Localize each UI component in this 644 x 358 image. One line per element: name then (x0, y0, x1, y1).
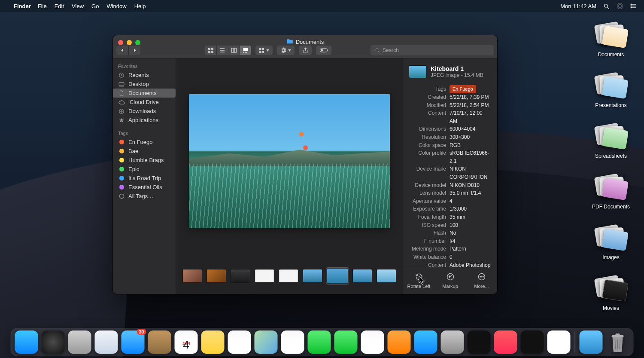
thumbnail[interactable] (353, 269, 372, 282)
sidebar-heading-favorites: Favorites (113, 61, 176, 70)
dock-app-notes[interactable] (201, 330, 225, 354)
content-area: Kiteboard 1 JPEG image - 15.4 MB TagsEn … (176, 58, 497, 294)
folder-icon (286, 39, 293, 45)
dock-app-contacts[interactable] (148, 330, 171, 354)
sidebar-tag-epic[interactable]: Epic (113, 165, 176, 174)
meta-key: Device make (409, 165, 446, 181)
desktop-stack[interactable]: PDF Documents (587, 174, 635, 210)
search-field[interactable]: Search (371, 45, 494, 55)
quick-action-more-[interactable]: More... (466, 268, 497, 294)
action-button[interactable] (277, 46, 295, 55)
dock-app-reminders[interactable] (228, 330, 251, 354)
dock-app-launchpad[interactable] (68, 330, 91, 354)
share-button[interactable] (299, 46, 312, 55)
dock-app-mail[interactable]: 30 (122, 330, 145, 354)
desktop-stack[interactable]: Images (587, 225, 635, 260)
sidebar-all-tags[interactable]: All Tags… (113, 192, 176, 201)
titlebar[interactable]: Documents Search (113, 35, 497, 58)
thumbnail[interactable] (377, 269, 396, 282)
thumbnail[interactable] (255, 269, 274, 282)
meta-key: Metering mode (409, 245, 446, 253)
tag-chip[interactable]: En Fuego (450, 85, 476, 93)
tag-dot-icon (118, 176, 125, 181)
menubar-app-name[interactable]: Finder (14, 3, 31, 9)
preview-area[interactable] (176, 58, 403, 264)
desktop-stack[interactable]: Presentations (587, 73, 635, 108)
desktop-stack[interactable]: Movies (587, 276, 635, 311)
svg-rect-34 (119, 82, 124, 86)
dock-app-ibooks[interactable] (388, 330, 411, 354)
menubar-view[interactable]: View (72, 3, 84, 9)
forward-button[interactable] (128, 46, 140, 55)
view-icon-button[interactable] (205, 46, 216, 55)
dock-app-news[interactable] (494, 330, 517, 354)
dock-app-voice-memos[interactable] (468, 330, 491, 354)
sidebar-item-desktop[interactable]: Desktop (113, 80, 176, 89)
sidebar-item-applications[interactable]: Applications (113, 116, 176, 125)
meta-row: Focal length35 mm (409, 213, 491, 221)
dock-app-siri[interactable] (42, 330, 65, 354)
dock-app-calendar[interactable]: JUN4 (175, 330, 198, 354)
menubar-go[interactable]: Go (91, 3, 99, 9)
thumbnail[interactable] (303, 269, 322, 282)
sidebar-item-recents[interactable]: Recents (113, 70, 176, 80)
thumbnail[interactable] (231, 269, 250, 282)
dock-trash[interactable] (606, 330, 629, 354)
meta-value: 35 mm (450, 213, 465, 221)
menubar-clock[interactable]: Mon 11:42 AM (560, 3, 596, 9)
quick-action-markup[interactable]: Markup (434, 268, 466, 294)
menubar-help[interactable]: Help (134, 3, 146, 9)
dock-app-system-preferences[interactable] (441, 330, 464, 354)
stack-pile (595, 174, 627, 201)
dock-app-safari[interactable] (95, 330, 118, 354)
view-column-button[interactable] (228, 46, 240, 55)
view-gallery-button[interactable] (240, 46, 251, 55)
close-button[interactable] (118, 40, 123, 45)
edit-tags-button[interactable] (316, 46, 331, 55)
dock-app-stocks[interactable] (521, 330, 544, 354)
siri-icon[interactable] (617, 3, 623, 9)
dock-folder-downloads[interactable] (580, 330, 603, 354)
dock-app-maps[interactable] (255, 330, 278, 354)
meta-row: F numberf/4 (409, 237, 491, 245)
sidebar-item-label: iCloud Drive (128, 99, 159, 105)
sidebar-tag-humble-brags[interactable]: Humble Brags (113, 156, 176, 165)
menubar-window[interactable]: Window (106, 3, 126, 9)
svg-line-47 (620, 340, 620, 349)
sidebar-tag-essential-oils[interactable]: Essential Oils (113, 183, 176, 192)
meta-row: ISO speed100 (409, 221, 491, 229)
view-list-button[interactable] (216, 46, 228, 55)
menubar-file[interactable]: File (38, 3, 47, 9)
notification-center-icon[interactable] (630, 3, 637, 9)
thumbnail[interactable] (279, 269, 298, 282)
dock-app-messages[interactable] (308, 330, 331, 354)
thumbnail[interactable] (207, 269, 226, 282)
spotlight-icon[interactable] (603, 3, 610, 9)
sidebar-tag-it-s-road-trip[interactable]: It's Road Trip (113, 174, 176, 183)
minimize-button[interactable] (127, 40, 132, 45)
meta-value: RGB (450, 141, 461, 150)
sidebar-item-icloud-drive[interactable]: iCloud Drive (113, 98, 176, 107)
dock-app-app-store[interactable] (414, 330, 437, 354)
sidebar-tag-bae[interactable]: Bae (113, 147, 176, 156)
back-button[interactable] (116, 46, 128, 55)
thumbnail-selected[interactable] (327, 269, 348, 283)
sidebar-tag-en-fuego[interactable]: En Fuego (113, 138, 176, 147)
sidebar-item-documents[interactable]: Documents (113, 89, 176, 98)
desktop-stack[interactable]: Documents (587, 22, 635, 58)
meta-key: Dimensions (409, 125, 446, 133)
quick-action-rotate-left[interactable]: Rotate Left (403, 268, 434, 294)
sidebar-item-label: Desktop (128, 81, 149, 87)
dock-app-facetime[interactable] (334, 330, 358, 354)
thumbnail-strip[interactable] (176, 264, 403, 294)
dock-app-finder[interactable] (15, 330, 38, 354)
dock-app-photos[interactable] (281, 330, 304, 354)
dock-app-itunes[interactable] (361, 330, 384, 354)
fullscreen-button[interactable] (135, 40, 140, 45)
thumbnail[interactable] (183, 269, 202, 282)
dock-app-home[interactable] (547, 330, 571, 354)
sidebar-item-downloads[interactable]: Downloads (113, 107, 176, 116)
arrange-button[interactable] (255, 46, 273, 55)
menubar-edit[interactable]: Edit (55, 3, 64, 9)
desktop-stack[interactable]: Spreadsheets (587, 124, 635, 159)
